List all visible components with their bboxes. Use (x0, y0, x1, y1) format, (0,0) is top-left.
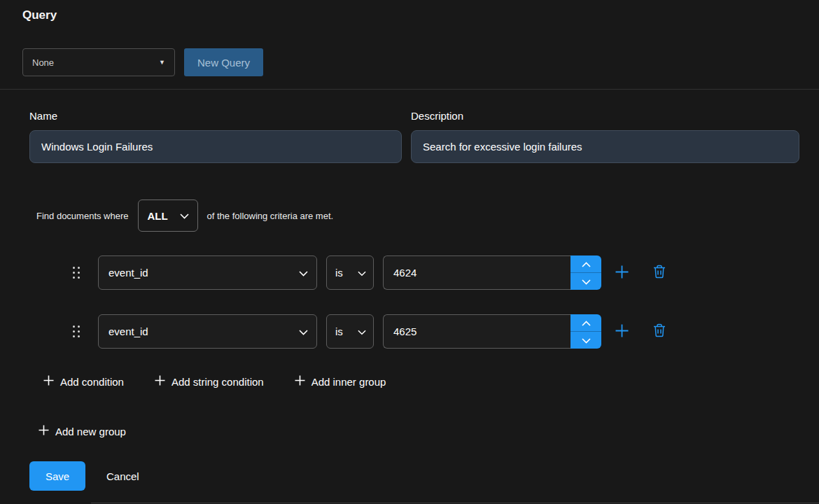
add-new-group-label: Add new group (55, 426, 126, 438)
bottom-divider (91, 503, 819, 503)
footer-actions: Save Cancel (29, 461, 139, 491)
add-actions-row: Add condition Add string condition Add i… (43, 375, 386, 388)
plus-icon (43, 375, 54, 388)
cancel-button[interactable]: Cancel (106, 470, 139, 482)
value-input[interactable] (383, 255, 570, 290)
query-selector-row: None ▼ New Query (22, 48, 263, 76)
page-title: Query (22, 8, 57, 22)
name-label: Name (29, 110, 402, 122)
value-field-group (383, 255, 601, 290)
chevron-down-icon (358, 326, 366, 337)
description-field-group: Description (411, 110, 799, 163)
number-stepper (570, 255, 601, 290)
plus-icon (615, 323, 629, 340)
add-condition-button[interactable]: Add condition (43, 375, 124, 388)
chevron-down-icon (299, 326, 308, 337)
conditions-list: event_id is (73, 255, 666, 349)
add-new-group-button[interactable]: Add new group (38, 425, 126, 438)
criteria-sentence: Find documents where ALL of the followin… (36, 199, 333, 232)
saved-query-select-label: None (32, 57, 54, 68)
chevron-down-icon (582, 335, 591, 346)
chevron-up-icon (582, 318, 591, 328)
query-builder-panel: Query None ▼ New Query Name Description … (0, 0, 819, 504)
trash-icon (653, 265, 666, 281)
field-select-label: event_id (108, 267, 148, 279)
new-query-button[interactable]: New Query (184, 48, 263, 76)
plus-icon (615, 265, 629, 281)
add-group-row: Add new group (38, 425, 126, 438)
operator-select-label: is (335, 326, 343, 337)
chevron-up-icon (582, 259, 591, 270)
chevron-down-icon (180, 209, 189, 222)
name-input[interactable] (29, 130, 402, 163)
chevron-down-icon (358, 267, 366, 279)
stepper-down-button[interactable] (570, 273, 601, 290)
save-button[interactable]: Save (29, 461, 85, 491)
operator-select-label: is (335, 267, 343, 279)
query-form: Name Description (29, 110, 799, 163)
add-condition-label: Add condition (60, 376, 124, 388)
plus-icon (38, 425, 49, 438)
dropdown-arrow-icon: ▼ (159, 59, 165, 66)
row-delete-button[interactable] (653, 323, 666, 340)
description-input[interactable] (411, 130, 799, 163)
saved-query-select[interactable]: None ▼ (22, 48, 175, 76)
field-select[interactable]: event_id (98, 314, 317, 349)
row-add-button[interactable] (615, 265, 629, 281)
plus-icon (295, 375, 305, 388)
add-inner-group-button[interactable]: Add inner group (295, 375, 386, 388)
match-operator-select[interactable]: ALL (138, 200, 198, 232)
field-select[interactable]: event_id (98, 255, 317, 290)
condition-row: event_id is (73, 314, 666, 349)
chevron-down-icon (582, 276, 591, 287)
stepper-up-button[interactable] (570, 314, 601, 332)
add-inner-group-label: Add inner group (312, 376, 386, 388)
row-add-button[interactable] (615, 323, 629, 340)
add-string-condition-button[interactable]: Add string condition (155, 375, 264, 388)
plus-icon (155, 375, 165, 388)
stepper-down-button[interactable] (570, 332, 601, 349)
section-divider (0, 89, 819, 90)
condition-row: event_id is (73, 255, 666, 290)
number-stepper (570, 314, 601, 349)
operator-select[interactable]: is (326, 314, 374, 349)
drag-handle-icon[interactable] (73, 326, 81, 338)
value-field-group (383, 314, 601, 349)
match-operator-label: ALL (148, 210, 168, 222)
operator-select[interactable]: is (326, 255, 374, 290)
criteria-prefix: Find documents where (36, 211, 129, 221)
criteria-suffix: of the following criteria are met. (207, 211, 334, 221)
add-string-condition-label: Add string condition (172, 376, 264, 388)
row-delete-button[interactable] (653, 265, 666, 281)
chevron-down-icon (299, 267, 308, 279)
stepper-up-button[interactable] (570, 255, 601, 273)
field-select-label: event_id (108, 326, 148, 337)
trash-icon (653, 323, 666, 340)
name-field-group: Name (29, 110, 402, 163)
value-input[interactable] (383, 314, 570, 349)
description-label: Description (411, 110, 799, 122)
drag-handle-icon[interactable] (73, 267, 81, 279)
